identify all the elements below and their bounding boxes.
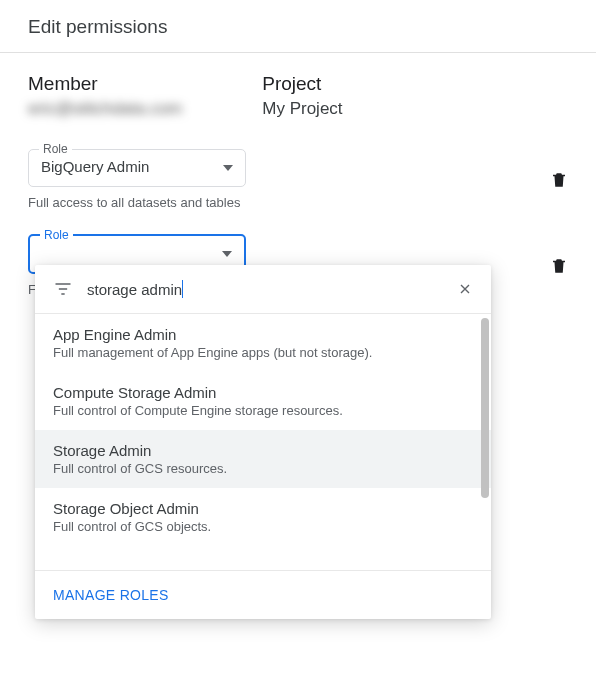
- member-value: eric@stitchdata.com: [28, 99, 182, 119]
- panel-search-bar: storage admin: [35, 265, 491, 314]
- chevron-down-icon: [223, 165, 233, 171]
- role-row-1: Role BigQuery Admin Full access to all d…: [28, 149, 568, 210]
- option-title: Storage Admin: [53, 442, 473, 459]
- option-desc: Full control of Compute Engine storage r…: [53, 403, 473, 418]
- role-value-2: [41, 243, 45, 260]
- option-desc: Full management of App Engine apps (but …: [53, 345, 473, 360]
- member-label: Member: [28, 73, 182, 95]
- role-search-panel: storage admin App Engine Admin Full mana…: [35, 265, 491, 619]
- delete-icon[interactable]: [550, 256, 568, 276]
- scrollbar-track: [481, 318, 489, 566]
- role-options-list: App Engine Admin Full management of App …: [35, 314, 491, 570]
- dialog-header: Edit permissions: [0, 0, 596, 53]
- scrollbar-thumb[interactable]: [481, 318, 489, 498]
- role-option[interactable]: Storage Admin Full control of GCS resour…: [35, 430, 491, 488]
- role-option[interactable]: [35, 546, 491, 570]
- role-search-input[interactable]: storage admin: [87, 280, 443, 298]
- project-column: Project My Project: [262, 73, 342, 119]
- role-hint-1: Full access to all datasets and tables: [28, 195, 246, 210]
- role-option[interactable]: Compute Storage Admin Full control of Co…: [35, 372, 491, 430]
- project-value: My Project: [262, 99, 342, 119]
- option-desc: Full control of GCS objects.: [53, 519, 473, 534]
- manage-roles-button[interactable]: MANAGE ROLES: [35, 570, 491, 619]
- project-label: Project: [262, 73, 342, 95]
- option-desc: Full control of GCS resources.: [53, 461, 473, 476]
- chevron-down-icon: [222, 251, 232, 257]
- role-option[interactable]: Storage Object Admin Full control of GCS…: [35, 488, 491, 546]
- dialog-title: Edit permissions: [28, 16, 167, 37]
- role-value-1: BigQuery Admin: [41, 158, 149, 175]
- info-row: Member eric@stitchdata.com Project My Pr…: [28, 73, 568, 119]
- option-title: Compute Storage Admin: [53, 384, 473, 401]
- member-column: Member eric@stitchdata.com: [28, 73, 182, 119]
- close-icon[interactable]: [457, 281, 473, 297]
- role-option[interactable]: App Engine Admin Full management of App …: [35, 314, 491, 372]
- search-text: storage admin: [87, 281, 182, 298]
- filter-icon: [53, 279, 73, 299]
- text-caret: [182, 280, 183, 298]
- role-float-label: Role: [40, 228, 73, 242]
- role-select-1[interactable]: Role BigQuery Admin: [28, 149, 246, 187]
- role-float-label: Role: [39, 142, 72, 156]
- delete-icon[interactable]: [550, 170, 568, 190]
- option-title: Storage Object Admin: [53, 500, 473, 517]
- option-title: App Engine Admin: [53, 326, 473, 343]
